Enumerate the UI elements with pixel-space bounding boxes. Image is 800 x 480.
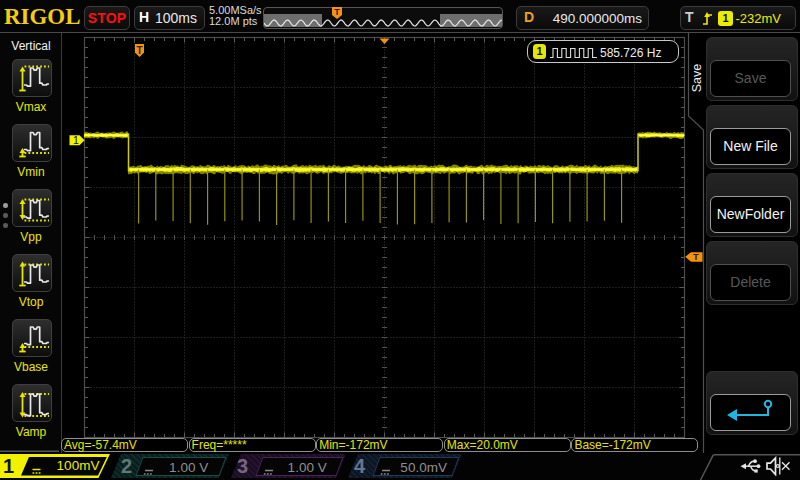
svg-text:T: T — [136, 45, 142, 56]
svg-text:T: T — [693, 252, 699, 262]
svg-text:T: T — [334, 7, 340, 17]
svg-text:Save: Save — [690, 64, 704, 93]
svg-text:1: 1 — [73, 134, 79, 146]
